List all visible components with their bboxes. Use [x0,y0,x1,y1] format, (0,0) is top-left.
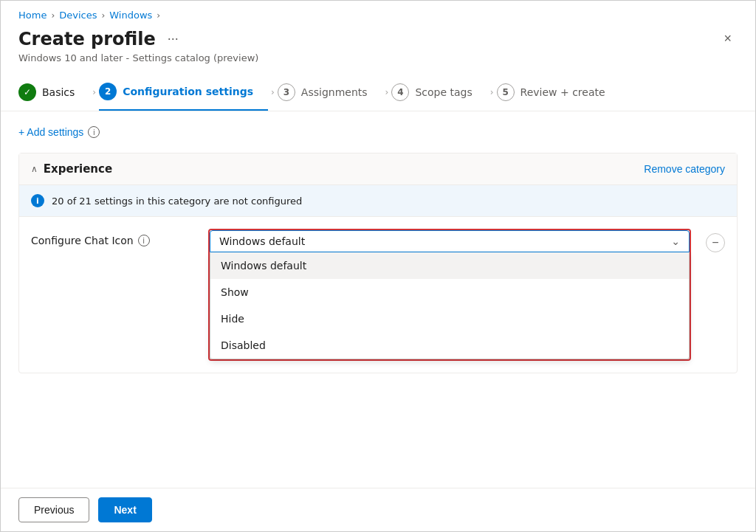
configure-chat-label-group: Configure Chat Icon i [31,229,193,246]
dropdown-selected-value: Windows default [219,235,305,247]
category-title: Experience [44,162,112,176]
configure-chat-dropdown-menu: Windows default Show Hide Disabled [210,252,690,359]
breadcrumb-sep-2: › [101,10,105,21]
remove-category-button[interactable]: Remove category [644,163,725,175]
info-banner: i 20 of 21 settings in this category are… [19,185,737,217]
add-settings-button[interactable]: + Add settings i [18,126,100,138]
configure-chat-info-icon[interactable]: i [138,235,150,246]
minus-icon: − [712,236,718,249]
step-assignments[interactable]: 3 Assignments [278,75,382,110]
step-assignments-label: Assignments [301,86,368,98]
step-config[interactable]: 2 Configuration settings [99,74,268,111]
content-area: + Add settings i ∧ Experience Remove cat… [1,111,755,388]
title-left: Create profile ··· [18,29,183,49]
step-review-label: Review + create [520,86,605,98]
close-button[interactable]: × [718,28,738,49]
configure-chat-dropdown-container: Windows default ⌄ Windows default Show H… [208,229,691,361]
breadcrumb-sep-3: › [157,10,160,21]
breadcrumb-devices[interactable]: Devices [59,10,97,21]
step-review[interactable]: 5 Review + create [497,75,620,110]
next-button[interactable]: Next [98,497,151,522]
dropdown-item-windows-default[interactable]: Windows default [210,252,689,279]
title-row: Create profile ··· × [18,28,738,49]
step-basics[interactable]: ✓ Basics [18,75,89,110]
more-options-button[interactable]: ··· [163,30,183,48]
configure-chat-row: Configure Chat Icon i Windows default ⌄ … [31,229,725,373]
step-scope[interactable]: 4 Scope tags [391,75,487,110]
header: Home › Devices › Windows › Create profil… [1,1,755,111]
remove-setting-button[interactable]: − [706,233,725,252]
step-sep-3: › [385,87,389,97]
chevron-up-icon[interactable]: ∧ [31,164,38,174]
dropdown-item-disabled[interactable]: Disabled [210,332,689,359]
add-settings-label: + Add settings [18,126,83,138]
step-basics-circle: ✓ [18,83,36,101]
step-basics-label: Basics [42,86,75,98]
footer: Previous Next [1,488,755,531]
breadcrumb-home[interactable]: Home [18,10,47,21]
dropdown-item-hide[interactable]: Hide [210,305,689,332]
page-title: Create profile [18,29,156,49]
wizard-steps: ✓ Basics › 2 Configuration settings › 3 … [18,74,738,111]
configure-chat-dropdown-trigger[interactable]: Windows default ⌄ [210,230,690,252]
info-banner-text: 20 of 21 settings in this category are n… [52,196,302,207]
dropdown-item-show[interactable]: Show [210,279,689,305]
category-header: ∧ Experience Remove category [19,153,737,185]
configure-chat-label: Configure Chat Icon [31,235,134,246]
breadcrumb-windows[interactable]: Windows [109,10,152,21]
breadcrumb: Home › Devices › Windows › [18,10,738,21]
chevron-down-icon: ⌄ [671,235,680,247]
previous-button[interactable]: Previous [18,497,89,522]
category-section: ∧ Experience Remove category i 20 of 21 … [18,153,738,373]
step-config-circle: 2 [99,83,117,100]
step-scope-label: Scope tags [415,86,472,98]
info-icon: i [31,194,44,207]
step-sep-4: › [490,87,494,97]
settings-area: Configure Chat Icon i Windows default ⌄ … [19,217,737,373]
step-review-circle: 5 [497,83,515,101]
step-sep-1: › [92,87,96,97]
subtitle: Windows 10 and later - Settings catalog … [18,52,738,63]
breadcrumb-sep-1: › [51,10,55,21]
add-settings-info-icon[interactable]: i [88,126,100,138]
step-config-label: Configuration settings [123,86,253,97]
step-sep-2: › [271,87,275,97]
category-title-row: ∧ Experience [31,162,112,176]
step-scope-circle: 4 [391,83,409,101]
step-assignments-circle: 3 [278,83,295,101]
